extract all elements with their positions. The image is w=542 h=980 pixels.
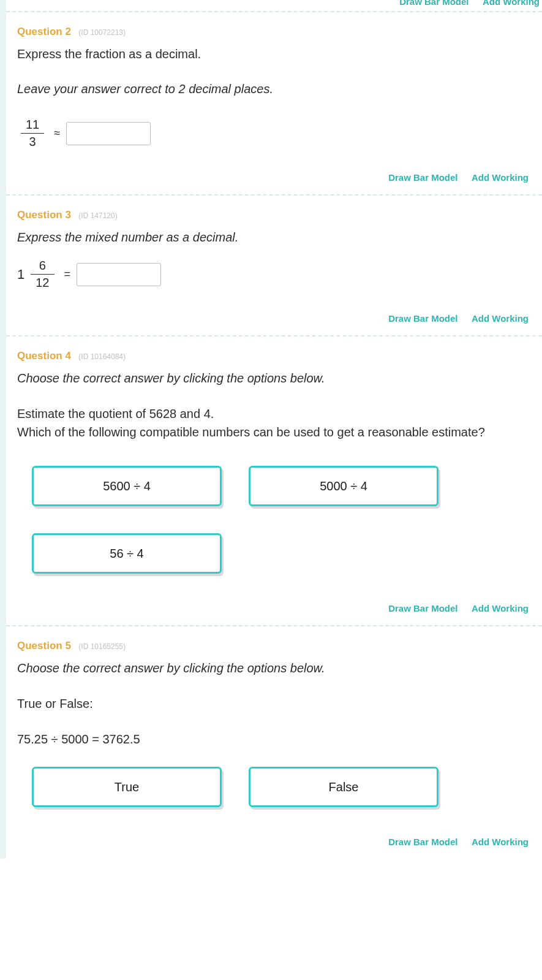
question-2-actions: Draw Bar Model Add Working	[17, 172, 531, 183]
question-2-sub: Leave your answer correct to 2 decimal p…	[17, 80, 531, 98]
draw-bar-model-link[interactable]: Draw Bar Model	[388, 313, 457, 324]
content-area: Draw Bar Model Add Working Question 2 (I…	[6, 0, 542, 859]
question-4-prompt: Choose the correct answer by clicking th…	[17, 370, 531, 387]
mixed-whole: 1	[17, 267, 24, 283]
add-working-link[interactable]: Add Working	[472, 172, 529, 183]
fraction-display: 6 12	[31, 257, 54, 291]
question-4-options: 5600 ÷ 4 5000 ÷ 4 56 ÷ 4	[32, 466, 531, 574]
question-4: Question 4 (ID 10164084) Choose the corr…	[6, 335, 542, 625]
option-button-2[interactable]: 5000 ÷ 4	[249, 466, 438, 506]
question-5-title: Question 5	[17, 640, 71, 651]
add-working-link[interactable]: Add Working	[472, 313, 529, 324]
option-button-true[interactable]: True	[32, 767, 222, 807]
question-5-body: True or False: 75.25 ÷ 5000 = 3762.5	[17, 694, 531, 748]
answer-input-q3[interactable]	[77, 263, 161, 286]
add-working-link[interactable]: Add Working	[472, 603, 529, 613]
add-working-link[interactable]: Add Working	[483, 0, 540, 7]
question-5-line2: 75.25 ÷ 5000 = 3762.5	[17, 730, 531, 748]
question-2-header: Question 2 (ID 10072213)	[17, 26, 531, 38]
question-4-body: Estimate the quotient of 5628 and 4. Whi…	[17, 405, 531, 441]
fraction-denominator: 3	[24, 134, 41, 150]
question-4-line1: Estimate the quotient of 5628 and 4.	[17, 405, 531, 423]
question-3-prompt: Express the mixed number as a decimal.	[17, 229, 531, 246]
question-3-title: Question 3	[17, 209, 71, 221]
fraction-numerator: 6	[34, 257, 51, 274]
fraction-denominator: 12	[31, 275, 54, 291]
question-2: Question 2 (ID 10072213) Express the fra…	[6, 11, 542, 194]
option-button-3[interactable]: 56 ÷ 4	[32, 533, 222, 574]
approx-symbol: ≈	[54, 127, 60, 140]
top-actions-row: Draw Bar Model Add Working	[6, 0, 542, 11]
question-3-actions: Draw Bar Model Add Working	[17, 313, 531, 324]
draw-bar-model-link[interactable]: Draw Bar Model	[388, 603, 457, 613]
question-2-title: Question 2	[17, 26, 71, 37]
question-4-title: Question 4	[17, 350, 71, 362]
question-3-equation: 1 6 12 =	[17, 257, 531, 291]
fraction-display: 11 3	[21, 116, 44, 150]
question-2-prompt: Express the fraction as a decimal.	[17, 45, 531, 63]
question-4-actions: Draw Bar Model Add Working	[17, 603, 531, 614]
draw-bar-model-link[interactable]: Draw Bar Model	[399, 0, 469, 7]
draw-bar-model-link[interactable]: Draw Bar Model	[388, 837, 457, 847]
add-working-link[interactable]: Add Working	[472, 837, 529, 847]
draw-bar-model-link[interactable]: Draw Bar Model	[388, 172, 457, 183]
fraction-numerator: 11	[21, 116, 44, 133]
question-4-id: (ID 10164084)	[78, 352, 126, 361]
question-5-header: Question 5 (ID 10165255)	[17, 640, 531, 652]
question-2-id: (ID 10072213)	[78, 28, 126, 37]
question-3-id: (ID 147120)	[78, 211, 117, 220]
question-5-prompt: Choose the correct answer by clicking th…	[17, 659, 531, 677]
option-button-false[interactable]: False	[249, 767, 438, 807]
question-4-line2: Which of the following compatible number…	[17, 423, 531, 441]
question-5-id: (ID 10165255)	[78, 642, 126, 651]
question-5: Question 5 (ID 10165255) Choose the corr…	[6, 625, 542, 859]
answer-input-q2[interactable]	[66, 122, 151, 145]
question-4-header: Question 4 (ID 10164084)	[17, 350, 531, 362]
left-sidebar	[0, 0, 6, 859]
question-2-equation: 11 3 ≈	[17, 116, 531, 150]
question-5-actions: Draw Bar Model Add Working	[17, 837, 531, 848]
question-5-line1: True or False:	[17, 694, 531, 713]
question-3-header: Question 3 (ID 147120)	[17, 209, 531, 221]
question-5-options: True False	[32, 767, 531, 807]
equals-symbol: =	[64, 268, 71, 281]
question-3: Question 3 (ID 147120) Express the mixed…	[6, 194, 542, 335]
option-button-1[interactable]: 5600 ÷ 4	[32, 466, 222, 506]
